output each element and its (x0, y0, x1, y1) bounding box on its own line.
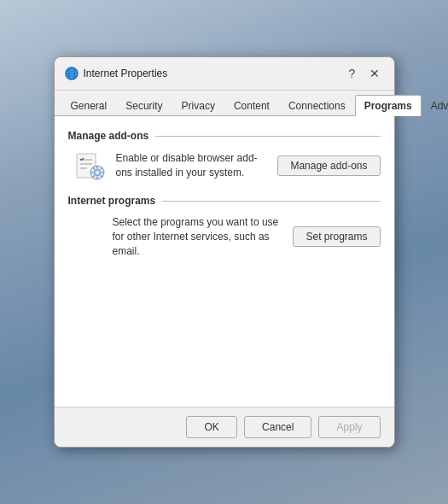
addons-section-header: Manage add-ons (68, 130, 381, 142)
cancel-button[interactable]: Cancel (244, 416, 311, 438)
tab-content[interactable]: Content (224, 95, 279, 116)
title-bar: Internet Properties ? ✕ (55, 57, 394, 91)
addons-description: Enable or disable browser add-ons instal… (116, 151, 268, 180)
internet-programs-section-header: Internet programs (68, 195, 381, 207)
internet-programs-section-title: Internet programs (68, 195, 156, 207)
internet-programs-description: Select the programs you want to use for … (75, 215, 283, 258)
svg-rect-14 (90, 172, 93, 173)
close-button[interactable]: ✕ (365, 64, 384, 83)
internet-programs-section: Internet programs Select the programs yo… (68, 195, 381, 258)
internet-properties-dialog: Internet Properties ? ✕ General Security… (54, 56, 395, 448)
tab-advanced[interactable]: Advanced (422, 95, 448, 116)
set-programs-button[interactable]: Set programs (293, 226, 380, 247)
ok-button[interactable]: OK (186, 416, 237, 438)
svg-point-11 (95, 171, 99, 175)
tab-content-area: Manage add-ons (55, 116, 394, 407)
tab-general[interactable]: General (61, 95, 117, 116)
title-bar-left: Internet Properties (65, 67, 168, 80)
tab-security[interactable]: Security (116, 95, 172, 116)
apply-button[interactable]: Apply (318, 416, 380, 438)
svg-rect-15 (101, 172, 103, 173)
addons-divider (155, 136, 380, 137)
addons-row: Enable or disable browser add-ons instal… (68, 150, 381, 181)
manage-addons-button[interactable]: Manage add-ons (277, 155, 380, 176)
tab-programs[interactable]: Programs (355, 95, 422, 116)
tab-connections[interactable]: Connections (279, 95, 355, 116)
addons-section: Manage add-ons (68, 130, 381, 181)
tab-bar: General Security Privacy Content Connect… (55, 91, 394, 116)
title-bar-controls: ? ✕ (343, 64, 384, 83)
tab-privacy[interactable]: Privacy (172, 95, 224, 116)
addons-section-title: Manage add-ons (68, 130, 149, 142)
internet-programs-divider (162, 201, 380, 202)
manage-addons-icon (75, 150, 106, 181)
dialog-footer: OK Cancel Apply (55, 407, 394, 447)
dialog-title: Internet Properties (84, 67, 168, 79)
svg-rect-12 (96, 167, 98, 169)
internet-programs-row: Select the programs you want to use for … (68, 215, 381, 258)
addons-icon (75, 150, 106, 181)
svg-rect-13 (96, 177, 98, 179)
help-button[interactable]: ? (343, 64, 362, 83)
globe-icon (65, 67, 79, 80)
